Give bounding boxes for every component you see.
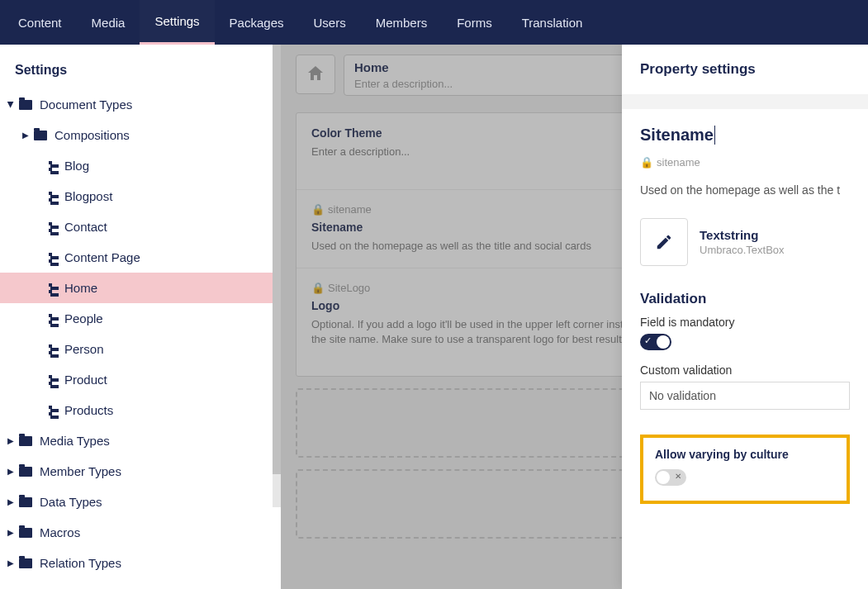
nav-media[interactable]: Media — [77, 0, 140, 45]
tree-item-blog[interactable]: Blog — [0, 150, 281, 181]
editor-picker[interactable]: Textstring Umbraco.TextBox — [640, 218, 850, 266]
tree-item-document-types[interactable]: ▶Document Types — [0, 89, 281, 120]
tree-label: Relation Types — [35, 556, 121, 570]
tree-item-media-types[interactable]: ▶Media Types — [0, 425, 281, 456]
caret-icon: ▶ — [7, 99, 16, 111]
tree-item-blogpost[interactable]: Blogpost — [0, 181, 281, 211]
tree-item-product[interactable]: Product — [0, 364, 281, 395]
vary-culture-section: Allow varying by culture — [640, 435, 850, 504]
property-name-input[interactable]: Sitename — [640, 126, 715, 145]
nav-translation[interactable]: Translation — [507, 0, 598, 45]
folder-icon — [31, 131, 50, 140]
property-alias[interactable]: 🔒sitename — [640, 156, 850, 169]
nav-content[interactable]: Content — [3, 0, 77, 45]
top-nav: ContentMediaSettingsPackagesUsersMembers… — [0, 0, 868, 45]
tree-label: Data Types — [35, 495, 102, 509]
editor-name: Textstring — [700, 228, 785, 242]
tree-item-products[interactable]: Products — [0, 395, 281, 425]
tree-item-data-types[interactable]: ▶Data Types — [0, 487, 281, 517]
caret-icon: ▶ — [5, 467, 17, 476]
vary-culture-toggle[interactable] — [655, 469, 686, 486]
tree-item-compositions[interactable]: ▶Compositions — [0, 120, 281, 150]
folder-icon — [17, 558, 35, 568]
tree-label: Blogpost — [59, 189, 112, 203]
folder-icon — [17, 497, 35, 507]
tree-label: Blog — [59, 159, 89, 173]
custom-validation-label: Custom validation — [640, 363, 850, 377]
doctype-icon — [41, 192, 59, 202]
nav-members[interactable]: Members — [361, 0, 443, 45]
tree-item-member-types[interactable]: ▶Member Types — [0, 456, 281, 487]
caret-icon: ▶ — [5, 558, 17, 568]
custom-validation-select[interactable]: No validation — [640, 382, 850, 410]
tree-label: Member Types — [35, 464, 121, 478]
mandatory-label: Field is mandatory — [640, 316, 850, 329]
sidebar-title: Settings — [0, 45, 281, 89]
tree: ▶Document Types▶CompositionsBlogBlogpost… — [0, 89, 281, 589]
doctype-icon — [41, 406, 59, 416]
tree-label: People — [59, 311, 103, 325]
caret-icon: ▶ — [5, 497, 17, 506]
tree-label: Contact — [59, 220, 107, 234]
tree-label: Home — [59, 281, 97, 295]
lock-icon: 🔒 — [640, 156, 653, 169]
tree-item-macros[interactable]: ▶Macros — [0, 517, 281, 548]
tree-item-contact[interactable]: Contact — [0, 211, 281, 242]
edit-icon — [640, 218, 688, 266]
tree-label: Compositions — [50, 128, 130, 142]
nav-settings[interactable]: Settings — [140, 0, 214, 45]
tree-label: Content Page — [59, 250, 140, 264]
doctype-icon — [41, 161, 59, 171]
folder-icon — [17, 467, 35, 477]
doctype-icon — [41, 344, 59, 354]
doctype-icon — [41, 253, 59, 263]
main-editor: Home Enter a description... Color ThemeE… — [281, 45, 868, 589]
property-description-input[interactable]: Used on the homepage as well as the t — [640, 183, 850, 197]
doctype-icon — [41, 375, 59, 385]
caret-icon: ▶ — [5, 436, 17, 445]
doctype-icon — [41, 314, 59, 324]
validation-heading: Validation — [640, 291, 850, 307]
editor-alias: Umbraco.TextBox — [700, 244, 785, 256]
tree-label: Product — [59, 373, 107, 387]
tree-label: Macros — [35, 525, 80, 539]
sidebar: Settings ▶Document Types▶CompositionsBlo… — [0, 45, 281, 589]
caret-icon: ▶ — [20, 131, 31, 140]
scrollbar[interactable] — [273, 45, 281, 507]
tree-label: Products — [59, 403, 113, 417]
mandatory-toggle[interactable] — [640, 334, 671, 350]
doctype-icon — [41, 283, 59, 293]
property-settings-panel: Property settings Sitename 🔒sitename Use… — [622, 45, 868, 589]
tree-item-home[interactable]: Home — [0, 273, 281, 303]
tree-item-relation-types[interactable]: ▶Relation Types — [0, 548, 281, 578]
caret-icon: ▶ — [5, 528, 17, 537]
nav-packages[interactable]: Packages — [215, 0, 299, 45]
nav-users[interactable]: Users — [298, 0, 360, 45]
tree-item-people[interactable]: People — [0, 303, 281, 334]
folder-icon — [17, 528, 35, 538]
tree-label: Media Types — [35, 434, 110, 448]
vary-culture-label: Allow varying by culture — [655, 448, 835, 461]
tree-label: Person — [59, 342, 104, 356]
doctype-icon — [41, 222, 59, 232]
tree-label: Document Types — [35, 97, 132, 112]
tree-item-person[interactable]: Person — [0, 334, 281, 364]
folder-icon — [17, 100, 35, 110]
nav-forms[interactable]: Forms — [442, 0, 507, 45]
tree-item-content-page[interactable]: Content Page — [0, 242, 281, 273]
folder-icon — [17, 436, 35, 446]
panel-header: Property settings — [622, 45, 868, 94]
